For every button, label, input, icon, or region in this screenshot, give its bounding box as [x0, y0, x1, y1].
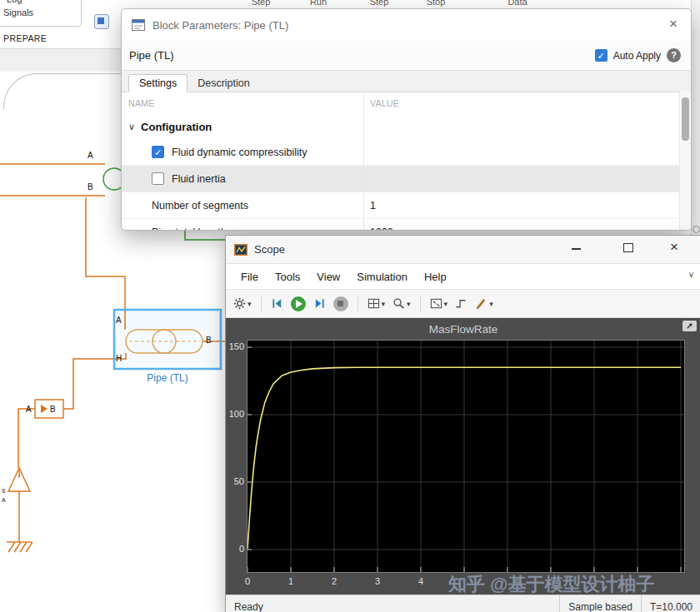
brush-icon [475, 297, 488, 310]
section-label: Configuration [141, 121, 212, 133]
plot-title: MasFlowRate [226, 323, 700, 336]
converter-block[interactable] [35, 400, 63, 418]
block-parameters-dialog: Block Parameters: Pipe (TL) × Pipe (TL) … [121, 8, 692, 231]
row-label: Fluid inertia [172, 173, 226, 185]
table-header: NAME VALUE [122, 92, 691, 114]
dialog-scrollbar[interactable] [679, 91, 692, 230]
menu-file[interactable]: File [232, 266, 267, 288]
reservoir-port-s: S [2, 488, 6, 494]
minimize-button[interactable] [572, 248, 581, 250]
menu-simulation[interactable]: Simulation [348, 266, 416, 288]
reservoir-block[interactable] [8, 468, 30, 491]
dialog-close-icon[interactable]: × [669, 16, 678, 32]
section-collapse-chevron-icon[interactable]: ∨ [128, 122, 135, 132]
converter-port-a: A [26, 405, 32, 414]
auto-apply-checkbox[interactable]: ✓ [595, 49, 608, 62]
table-row[interactable]: Pipe total length 1000 [122, 219, 691, 231]
pipe-total-length-value[interactable]: 1000 [363, 226, 691, 231]
fit-to-view-icon [430, 297, 442, 310]
converter-port-b: B [50, 405, 56, 414]
status-sample-mode: Sample based [559, 595, 641, 612]
run-button[interactable] [288, 295, 308, 313]
x-tick-4: 4 [412, 576, 429, 586]
step-back-button[interactable] [268, 296, 286, 311]
stop-icon [333, 296, 348, 311]
menu-tools[interactable]: Tools [267, 266, 308, 288]
toolbar-separator [261, 296, 262, 311]
magnifier-icon [392, 297, 405, 310]
run-icon [291, 296, 306, 311]
wire-label-b: B [88, 182, 93, 192]
row-label: Fluid dynamic compressibility [172, 147, 308, 158]
layout-icon [368, 297, 380, 310]
scope-app-icon [234, 244, 248, 256]
dropdown-arrow-icon: ▾ [444, 300, 448, 308]
maximize-axes-icon[interactable] [682, 321, 697, 331]
y-tick-0: 0 [226, 544, 244, 555]
table-row[interactable]: Number of segments 1 [122, 192, 691, 219]
reservoir-port-a: A [2, 497, 6, 503]
dropdown-arrow-icon: ▾ [248, 300, 252, 308]
dropdown-arrow-icon: ▾ [489, 300, 493, 308]
toolbar-separator [420, 296, 421, 311]
y-tick-50: 50 [226, 476, 244, 488]
dialog-scrollbar-thumb[interactable] [682, 97, 689, 141]
close-button[interactable]: × [670, 239, 678, 256]
dropdown-arrow-icon: ▾ [382, 300, 386, 308]
dialog-icon [132, 19, 145, 31]
tab-settings[interactable]: Settings [128, 74, 188, 92]
auto-apply-label: Auto Apply [613, 50, 661, 62]
table-row[interactable]: Fluid inertia [122, 166, 691, 192]
x-tick-0: 0 [239, 576, 256, 586]
menu-overflow-chevron-icon[interactable]: ∨ [688, 270, 694, 279]
y-tick-100: 100 [226, 409, 244, 420]
status-ready: Ready [226, 601, 263, 612]
pipe-block-label[interactable]: Pipe (TL) [133, 372, 202, 384]
trigger-button[interactable] [452, 296, 470, 311]
section-row-configuration[interactable]: ∨ Configuration [122, 114, 691, 139]
help-icon[interactable]: ? [667, 48, 681, 62]
watermark-text: 知乎 @基于模型设计柚子 [448, 572, 655, 597]
scope-title-bar[interactable]: Scope × [226, 236, 700, 264]
row-label: Pipe total length [152, 226, 227, 231]
fluid-dynamic-compressibility-checkbox[interactable]: ✓ [152, 146, 164, 158]
pipe-selection-box[interactable] [114, 310, 221, 369]
column-divider [363, 91, 364, 230]
toolbar-separator [358, 296, 358, 311]
stop-button[interactable] [331, 295, 351, 313]
dialog-subheader: Pipe (TL) ✓ Auto Apply ? [122, 41, 691, 71]
menu-help[interactable]: Help [416, 266, 455, 288]
scope-status-bar: Ready Sample based T=10.000 [226, 595, 700, 612]
scope-settings-button[interactable]: ▾ [231, 296, 254, 311]
pipe-port-a: A [116, 316, 122, 325]
pipe-port-b: B [206, 336, 212, 345]
dialog-tabs: Settings Description [122, 71, 691, 92]
layout-button[interactable]: ▾ [365, 296, 388, 311]
x-tick-3: 3 [369, 576, 386, 586]
column-value-header: VALUE [363, 98, 399, 108]
dropdown-arrow-icon: ▾ [407, 300, 411, 308]
scope-window-title: Scope [254, 243, 285, 256]
pipe-port-h: H [116, 354, 122, 363]
number-of-segments-value[interactable]: 1 [363, 200, 691, 211]
wire-converter-to-reservoir[interactable] [18, 409, 35, 468]
x-tick-1: 1 [282, 576, 299, 586]
scope-toolbar: ▾ ▾ [226, 290, 700, 318]
menu-view[interactable]: View [308, 266, 348, 288]
column-name-header: NAME [122, 98, 363, 108]
wire-label-a: A [88, 151, 93, 160]
y-tick-150: 150 [226, 341, 244, 353]
status-sim-time: T=10.000 [641, 595, 700, 612]
dialog-title: Block Parameters: Pipe (TL) [152, 19, 288, 32]
zoom-button[interactable]: ▾ [390, 296, 413, 311]
table-row[interactable]: ✓ Fluid dynamic compressibility [122, 139, 691, 166]
measurements-button[interactable]: ▾ [472, 296, 496, 311]
plot-axes[interactable] [247, 340, 685, 573]
tab-description[interactable]: Description [188, 75, 260, 92]
fluid-inertia-checkbox[interactable] [152, 172, 164, 185]
dialog-title-bar[interactable]: Block Parameters: Pipe (TL) × [122, 9, 691, 41]
fit-to-view-button[interactable]: ▾ [428, 296, 451, 311]
reference-ground-icon[interactable] [7, 542, 32, 552]
maximize-button[interactable] [623, 243, 633, 252]
step-forward-button[interactable] [311, 296, 328, 311]
